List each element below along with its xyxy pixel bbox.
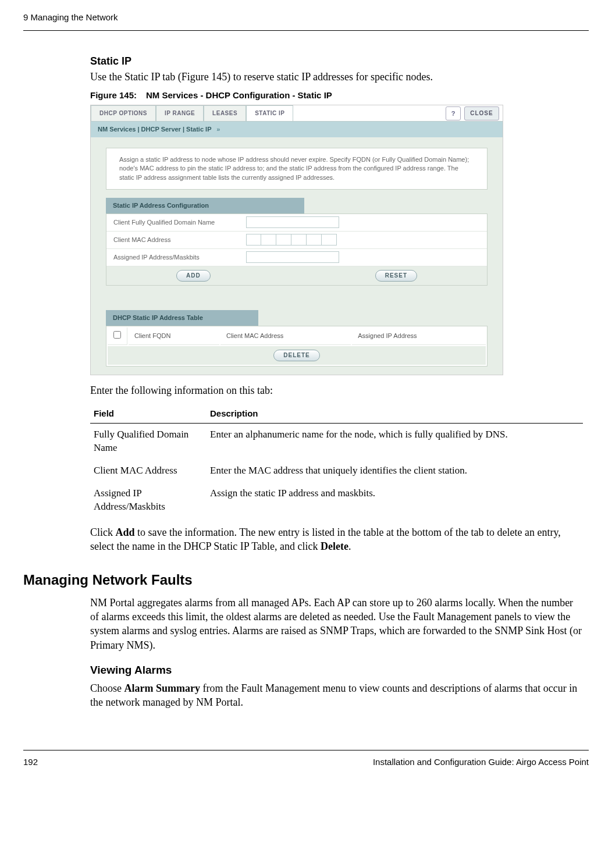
config-form: Client Fully Qualified Domain Name Clien…: [106, 214, 488, 286]
help-button[interactable]: ?: [446, 106, 461, 120]
breadcrumb: NM Services | DHCP Server | Static IP »: [91, 122, 503, 137]
desc-header-description: Description: [207, 403, 583, 424]
desc-row: Client MAC Address Enter the MAC address…: [90, 460, 583, 482]
page-header: 9 Managing the Network: [23, 12, 589, 31]
chapter-title: 9 Managing the Network: [23, 12, 118, 23]
footer-title: Installation and Configuration Guide: Ai…: [373, 756, 589, 768]
static-ip-intro: Use the Static IP tab (Figure 145) to re…: [90, 70, 583, 84]
info-box: Assign a static IP address to node whose…: [106, 148, 488, 190]
figure-caption: Figure 145:NM Services - DHCP Configurat…: [90, 90, 583, 101]
desc-value: Enter an alphanumeric name for the node,…: [207, 424, 583, 460]
static-ip-table: Client FQDN Client MAC Address Assigned …: [106, 326, 488, 367]
reset-button[interactable]: RESET: [375, 270, 417, 282]
row-buttons: ADD RESET: [106, 266, 487, 285]
viewing-alarms-heading: Viewing Alarms: [90, 663, 583, 678]
page-number: 192: [23, 756, 38, 768]
desc-value: Assign the static IP address and maskbit…: [207, 482, 583, 518]
desc-field: Fully Qualified Domain Name: [90, 424, 207, 460]
desc-header-field: Field: [90, 403, 207, 424]
input-mac-1[interactable]: [246, 234, 261, 246]
input-ipmask[interactable]: [246, 251, 339, 263]
managing-network-faults-heading: Managing Network Faults: [23, 571, 589, 589]
row-fqdn: Client Fully Qualified Domain Name: [106, 214, 487, 232]
mnf-body: NM Portal aggregates alarms from all man…: [90, 596, 583, 652]
config-section-title: Static IP Address Configuration: [106, 198, 304, 214]
tab-static-ip[interactable]: STATIC IP: [246, 105, 293, 121]
bold-alarm-summary: Alarm Summary: [124, 682, 200, 694]
figure-title: NM Services - DHCP Configuration - Stati…: [146, 90, 332, 100]
close-button[interactable]: CLOSE: [464, 106, 499, 120]
description-table: Field Description Fully Qualified Domain…: [90, 403, 583, 518]
screenshot: DHCP OPTIONS IP RANGE LEASES STATIC IP ?…: [90, 105, 503, 375]
label-ipmask: Assigned IP Address/Maskbits: [106, 253, 246, 262]
desc-row: Assigned IP Address/Maskbits Assign the …: [90, 482, 583, 518]
input-mac-6[interactable]: [322, 234, 337, 246]
static-ip-heading: Static IP: [90, 54, 583, 68]
input-mac-2[interactable]: [261, 234, 276, 246]
text-fragment: .: [348, 540, 351, 552]
select-all-checkbox[interactable]: [113, 331, 121, 339]
table-action-row: DELETE: [108, 346, 486, 365]
desc-field: Client MAC Address: [90, 460, 207, 482]
col-client-mac: Client MAC Address: [220, 328, 351, 345]
desc-field: Assigned IP Address/Maskbits: [90, 482, 207, 518]
col-assigned-ip: Assigned IP Address: [352, 328, 486, 345]
text-fragment: Choose: [90, 682, 124, 694]
tab-spacer: [293, 105, 446, 121]
enter-info-text: Enter the following information on this …: [90, 383, 583, 397]
tab-dhcp-options[interactable]: DHCP OPTIONS: [91, 105, 156, 121]
bold-delete: Delete: [321, 540, 348, 552]
input-mac-3[interactable]: [276, 234, 291, 246]
mac-input-group: [246, 234, 337, 246]
add-button[interactable]: ADD: [176, 270, 211, 282]
delete-button[interactable]: DELETE: [273, 350, 319, 361]
input-mac-4[interactable]: [291, 234, 307, 246]
desc-row: Fully Qualified Domain Name Enter an alp…: [90, 424, 583, 460]
screenshot-body: Assign a static IP address to node whose…: [91, 137, 503, 375]
label-fqdn: Client Fully Qualified Domain Name: [106, 218, 246, 227]
click-add-paragraph: Click Add to save the information. The n…: [90, 525, 583, 554]
tab-bar: DHCP OPTIONS IP RANGE LEASES STATIC IP ?…: [91, 105, 503, 122]
desc-value: Enter the MAC address that uniquely iden…: [207, 460, 583, 482]
figure-label: Figure 145:: [90, 90, 137, 100]
row-ipmask: Assigned IP Address/Maskbits: [106, 249, 487, 266]
breadcrumb-text: NM Services | DHCP Server | Static IP: [98, 126, 211, 133]
bold-add: Add: [116, 527, 135, 538]
input-fqdn[interactable]: [246, 216, 339, 228]
page-footer: 192 Installation and Configuration Guide…: [23, 750, 589, 768]
tab-ip-range[interactable]: IP RANGE: [156, 105, 204, 121]
table-header-row: Client FQDN Client MAC Address Assigned …: [108, 328, 486, 345]
breadcrumb-sep-icon: »: [215, 125, 222, 134]
row-mac: Client MAC Address: [106, 232, 487, 249]
label-mac: Client MAC Address: [106, 236, 246, 244]
input-mac-5[interactable]: [307, 234, 322, 246]
text-fragment: Click: [90, 527, 116, 538]
table-section-title: DHCP Static IP Address Table: [106, 310, 258, 326]
col-client-fqdn: Client FQDN: [129, 328, 219, 345]
tab-leases[interactable]: LEASES: [204, 105, 246, 121]
viewing-alarms-body: Choose Alarm Summary from the Fault Mana…: [90, 681, 583, 710]
header-checkbox-cell: [108, 328, 127, 345]
